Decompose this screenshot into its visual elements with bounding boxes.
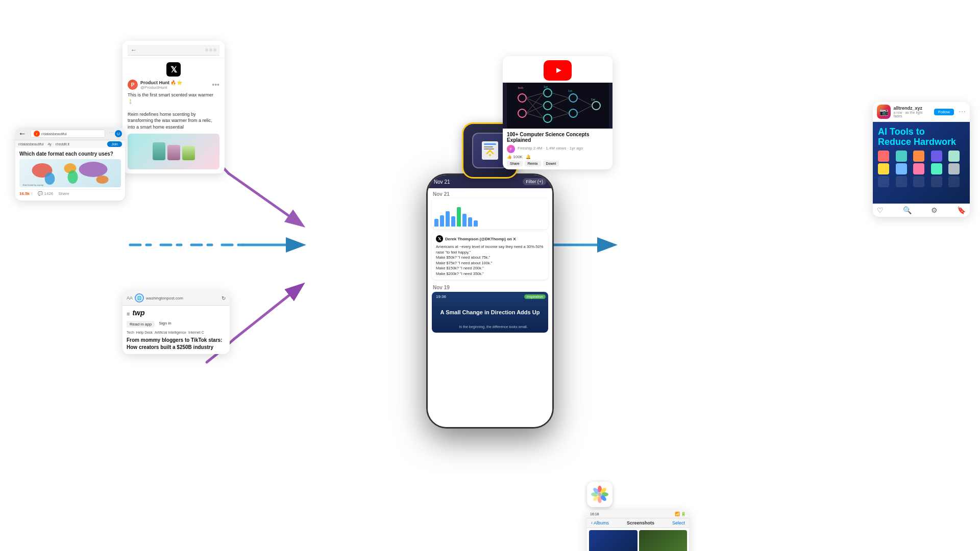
wapo-tags: Tech Help Desk Artificial Intelligence I… — [127, 331, 226, 334]
phone-card-chart[interactable] — [432, 198, 548, 229]
wax-item-1 — [153, 142, 165, 160]
reddit-back-btn[interactable]: ← — [18, 129, 27, 138]
ph-name: Product Hunt 🔥⭐ — [140, 80, 182, 85]
tweet-text: Americans at ~every level of income say … — [436, 244, 544, 277]
wapo-body: ≡ twp Read in app Sign in Tech Help Desk… — [122, 306, 230, 354]
phone-frame: Nov 21 Filter (+) Nov 21 — [426, 173, 554, 429]
yt-thumbnail: bob 1st 1st 1st — [503, 83, 612, 129]
yt-remix-btn[interactable]: Remix — [525, 161, 541, 166]
ios-status-bar: 16:18 📶🔋 — [587, 510, 689, 518]
ig-tool-14 — [948, 176, 960, 187]
upvote-icon: ↑ — [31, 191, 33, 196]
browser-back-arrow[interactable]: ← — [131, 46, 137, 54]
yt-meta: Fireship 2.4M · 1.4M views · 1yr ago — [518, 146, 583, 151]
svg-line-0 — [229, 173, 301, 224]
svg-line-8 — [234, 286, 301, 339]
share-label[interactable]: Share — [58, 191, 69, 196]
svg-text:1st: 1st — [544, 85, 548, 88]
ig-tool-9 — [948, 163, 960, 174]
yt-share-btn[interactable]: Share — [507, 161, 523, 166]
ig-header: 📷 alltrendz_xyz a row · as the light fad… — [873, 102, 970, 122]
wapo-browser-bar: AA 🌐 washingtonpost.com ↻ — [122, 291, 230, 306]
tweet-image — [128, 134, 219, 169]
yt-stats-row: 👍 100K 🔔 — [507, 155, 608, 159]
more-icon[interactable]: ••• — [212, 81, 219, 89]
svg-point-31 — [79, 162, 108, 177]
reddit-post-title: Which date format each country uses? — [19, 151, 121, 157]
tweet-body: This is the first smart scented wax warm… — [128, 92, 219, 131]
ig-tool-13 — [931, 176, 942, 187]
ph-handle: @ProductHunt — [140, 85, 182, 90]
reddit-body: Which date format each country uses? Dat… — [15, 148, 125, 201]
youtube-card: bob 1st 1st 1st 100+ Computer Science Co… — [503, 56, 612, 169]
chart-visual — [432, 198, 548, 229]
ios-time: 16:18 — [590, 512, 599, 516]
tag-internet: Internet C — [188, 331, 204, 334]
youtube-logo-wrapper — [503, 56, 612, 83]
phone-date: Nov 21 — [434, 179, 450, 185]
ig-follow-btn[interactable]: Follow — [934, 109, 954, 115]
phone-content: Nov 21 — [428, 188, 552, 427]
reddit-nav-icons: ⋯ U — [109, 130, 122, 137]
tag-ai: Artificial Intelligence — [155, 331, 186, 334]
yt-likes: 100K — [513, 155, 523, 159]
wapo-actions: Read in app Sign in — [127, 321, 226, 328]
ig-search-btn[interactable]: 🔍 — [903, 206, 912, 214]
yt-channel-avatar: F — [507, 145, 515, 153]
svg-rect-25 — [484, 148, 494, 149]
ios-status-icons: 📶🔋 — [675, 512, 686, 516]
select-btn[interactable]: Select — [672, 520, 685, 525]
x-platform-logo: 𝕏 — [166, 62, 181, 77]
bar-1 — [434, 219, 438, 227]
svg-text:Date format by country: Date format by country — [23, 184, 43, 186]
reddit-join-btn[interactable]: Join — [107, 141, 122, 147]
ig-heart-btn[interactable]: ♡ — [877, 206, 884, 214]
read-in-app-btn[interactable]: Read in app — [127, 321, 155, 328]
yt-download-btn[interactable]: Downl — [543, 161, 559, 166]
svg-point-28 — [45, 172, 55, 185]
svg-point-69 — [597, 492, 602, 497]
wapo-logo-row: ≡ twp — [127, 309, 226, 319]
wax-item-2 — [167, 145, 180, 160]
twitter-producthunt-card: ← 𝕏 P Product Hunt 🔥⭐ @ProductHunt ••• T… — [122, 41, 225, 173]
phone-card-inspiration[interactable]: 19:36 Inspiration A Small Change in Dire… — [432, 292, 548, 333]
instagram-card: ‹ 📷 alltrendz_xyz a row · as the light f… — [873, 102, 970, 217]
ig-tool-2 — [913, 151, 924, 162]
ig-tool-3 — [931, 151, 942, 162]
ig-more-btn[interactable]: ⋯ — [959, 108, 966, 116]
filter-button[interactable]: Filter (+) — [523, 178, 546, 185]
screenshot-1[interactable] — [589, 530, 638, 551]
reddit-user-avatar: U — [115, 130, 122, 137]
ig-filter-btn[interactable]: ⚙ — [931, 206, 938, 214]
browser-bar: ← — [128, 45, 219, 56]
ig-tool-5 — [878, 163, 889, 174]
sign-in-link[interactable]: Sign in — [159, 321, 171, 328]
yt-action-btns: Share Remix Downl — [507, 161, 608, 166]
ig-bookmark-btn[interactable]: 🔖 — [957, 206, 966, 214]
bar-7 — [468, 217, 472, 227]
phone-card-tweet[interactable]: 𝕏 Derek Thompson (@DKThomp) on X America… — [432, 232, 548, 280]
screenshot-2[interactable] — [639, 530, 688, 551]
back-albums-btn[interactable]: ‹ Albums — [591, 520, 609, 525]
yt-video-title: 100+ Computer Science Concepts Explained — [507, 132, 608, 143]
upvote-count: 16.5k — [19, 191, 30, 196]
insp-time: 19:36 — [436, 294, 446, 299]
ig-tool-6 — [896, 163, 907, 174]
svg-marker-34 — [556, 68, 561, 73]
x-icon: 𝕏 — [436, 235, 443, 242]
svg-rect-23 — [484, 143, 496, 145]
wax-item-3 — [182, 146, 195, 160]
card-twitter-body: 𝕏 P Product Hunt 🔥⭐ @ProductHunt ••• Thi… — [122, 58, 225, 173]
ig-tool-12 — [913, 176, 924, 187]
wapo-url: washingtonpost.com — [146, 296, 183, 300]
reddit-card: ← r r/dataisbeautiful ⋯ U r/dataisbeauti… — [15, 128, 125, 201]
ios-photos-icon — [587, 482, 612, 507]
bar-3 — [446, 211, 450, 227]
ig-tool-1 — [896, 151, 907, 162]
svg-text:1st: 1st — [568, 89, 572, 92]
tag-tech: Tech — [127, 331, 134, 334]
ig-tool-8 — [931, 163, 942, 174]
ig-tool-11 — [896, 176, 907, 187]
world-map-image: Date format by country — [19, 159, 121, 187]
bar-2 — [440, 215, 444, 227]
